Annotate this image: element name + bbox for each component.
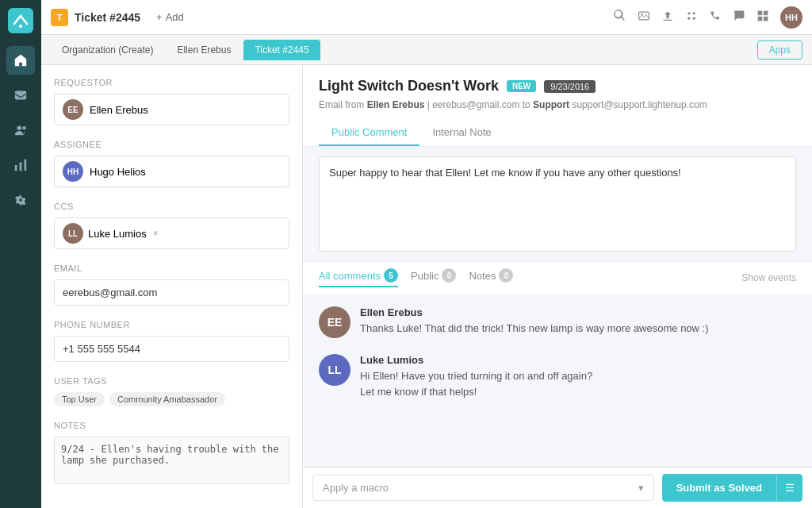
user-tags-section: User Tags Top User Community Amabassador	[54, 376, 289, 406]
phone-field[interactable]: +1 555 555 5544	[54, 336, 289, 362]
app-logo[interactable]	[8, 8, 33, 33]
comment-avatar-ellen: EE	[319, 306, 350, 338]
user-avatar[interactable]: HH	[780, 6, 802, 29]
ticket-subject: Light Switch Doesn't Work	[319, 78, 499, 94]
date-badge: 9/23/2016	[544, 80, 596, 93]
chat-icon[interactable]	[733, 10, 745, 25]
comment-body-luke: Luke Lumios Hi Ellen! Have you tried tur…	[360, 354, 796, 399]
comment-tabs: Public Comment Internal Note	[319, 120, 796, 146]
macro-selector[interactable]: Apply a macro ▾	[312, 475, 654, 501]
svg-point-13	[688, 17, 690, 20]
comment-editor[interactable]: Super happy to hear that Ellen! Let me k…	[319, 156, 796, 252]
filter-all-comments[interactable]: All comments 5	[319, 268, 398, 287]
filter-public[interactable]: Public 0	[411, 268, 456, 287]
phone-section: Phone Number +1 555 555 5544	[54, 320, 289, 362]
dropdown-icon: ☰	[785, 482, 795, 494]
comment-item: LL Luke Lumios Hi Ellen! Have you tried …	[319, 354, 796, 399]
submit-dropdown-button[interactable]: ☰	[776, 474, 802, 502]
tab-public-comment[interactable]: Public Comment	[319, 120, 419, 146]
cc-field[interactable]: LL Luke Lumios ×	[54, 217, 289, 249]
notes-label: Notes	[54, 421, 289, 430]
ticket-icon: T	[51, 9, 68, 26]
upload-icon[interactable]	[661, 10, 674, 25]
svg-point-14	[693, 17, 695, 20]
apps-button[interactable]: Apps	[757, 40, 802, 60]
requestor-name: Ellen Erebus	[90, 104, 148, 116]
svg-rect-17	[758, 17, 763, 21]
tab-user[interactable]: Ellen Erebus	[166, 40, 242, 60]
plus-icon: +	[156, 11, 163, 23]
tab-bar: Organization (Create) Ellen Erebus Ticke…	[41, 35, 812, 65]
svg-point-11	[688, 12, 690, 14]
search-icon[interactable]	[614, 10, 626, 25]
macro-chevron-icon: ▾	[638, 482, 644, 494]
assignee-section: Assignee HH Hugo Helios	[54, 140, 289, 187]
apps-icon[interactable]	[685, 10, 698, 25]
requestor-section: Requestor EE Ellen Erebus	[54, 78, 289, 125]
filter-bar: All comments 5 Public 0 Notes 0 Show eve…	[303, 261, 812, 294]
filter-public-count: 0	[442, 268, 456, 283]
filter-notes[interactable]: Notes 0	[469, 268, 513, 287]
image-icon[interactable]	[638, 10, 650, 25]
nav-inbox[interactable]	[6, 81, 35, 110]
toolbar-icons: HH	[614, 6, 802, 29]
add-label: Add	[166, 11, 184, 23]
nav-home[interactable]	[6, 46, 35, 75]
phone-label: Phone Number	[54, 320, 289, 329]
nav-users[interactable]	[6, 116, 35, 144]
ticket-number: Ticket #2445	[75, 11, 140, 24]
notes-section: Notes	[54, 421, 289, 487]
requestor-label: Requestor	[54, 78, 289, 87]
comment-item: EE Ellen Erebus Thanks Luke! That did th…	[319, 306, 796, 338]
comment-author: Luke Lumios	[360, 354, 796, 366]
notes-textarea[interactable]	[54, 437, 289, 484]
status-badge-new: New	[507, 80, 536, 92]
ticket-header: Light Switch Doesn't Work New 9/23/2016 …	[303, 65, 812, 147]
svg-rect-8	[639, 12, 649, 20]
svg-point-12	[693, 12, 695, 14]
email-field[interactable]: eerebus@gmail.com	[54, 279, 289, 306]
svg-point-4	[22, 126, 26, 130]
filter-notes-count: 0	[499, 268, 513, 283]
tab-organization[interactable]: Organization (Create)	[51, 40, 164, 60]
comment-avatar-luke: LL	[319, 354, 350, 386]
tab-internal-note[interactable]: Internal Note	[419, 120, 504, 146]
ticket-title-row: Light Switch Doesn't Work New 9/23/2016	[319, 78, 796, 94]
filter-all-count: 5	[384, 268, 398, 283]
left-navigation	[0, 0, 41, 508]
svg-point-1	[19, 25, 22, 28]
nav-settings[interactable]	[6, 186, 35, 214]
assignee-field[interactable]: HH Hugo Helios	[54, 156, 289, 187]
tag-community-ambassador[interactable]: Community Amabassador	[109, 392, 225, 406]
phone-icon[interactable]	[709, 10, 722, 25]
grid-icon[interactable]	[756, 10, 769, 25]
user-tags-label: User Tags	[54, 376, 289, 386]
comments-list: EE Ellen Erebus Thanks Luke! That did th…	[303, 294, 812, 467]
macro-placeholder: Apply a macro	[323, 482, 389, 494]
requestor-field[interactable]: EE Ellen Erebus	[54, 94, 289, 125]
tab-ticket[interactable]: Ticket #2445	[243, 40, 320, 60]
email-section: Email eerebus@gmail.com	[54, 264, 289, 306]
cc-remove-button[interactable]: ×	[153, 228, 159, 239]
assignee-avatar: HH	[63, 161, 83, 182]
nav-reports[interactable]	[6, 151, 35, 179]
cc-avatar: LL	[63, 223, 83, 244]
svg-rect-7	[25, 160, 27, 171]
comment-body-ellen: Ellen Erebus Thanks Luke! That did the t…	[360, 306, 796, 338]
ticket-meta: Email from Ellen Erebus | eerebus@gmail.…	[319, 99, 796, 110]
tag-top-user[interactable]: Top User	[54, 392, 105, 406]
add-button[interactable]: + Add	[156, 11, 184, 23]
submit-button[interactable]: Submit as Solved	[662, 474, 776, 502]
comment-text: Hi Ellen! Have you tried turning it on a…	[360, 368, 796, 399]
submit-group: Submit as Solved ☰	[662, 474, 802, 502]
top-bar: T Ticket #2445 + Add	[41, 0, 812, 35]
ccs-section: CCs LL Luke Lumios ×	[54, 202, 289, 249]
show-events-link[interactable]: Show events	[741, 272, 796, 283]
email-label: Email	[54, 264, 289, 273]
ticket-title-bar: T Ticket #2445	[51, 9, 140, 26]
comment-author: Ellen Erebus	[360, 306, 796, 318]
svg-rect-10	[663, 20, 672, 21]
requestor-avatar: EE	[63, 99, 83, 120]
ccs-label: CCs	[54, 202, 289, 211]
svg-rect-0	[8, 8, 33, 33]
